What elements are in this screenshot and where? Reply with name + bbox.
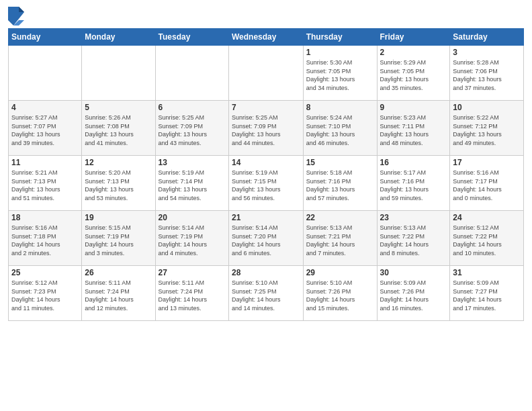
week-row-1: 4Sunrise: 5:27 AM Sunset: 7:07 PM Daylig…: [9, 101, 524, 156]
day-cell: 29Sunrise: 5:10 AM Sunset: 7:26 PM Dayli…: [303, 266, 377, 321]
day-info: Sunrise: 5:26 AM Sunset: 7:08 PM Dayligh…: [85, 113, 152, 147]
week-row-0: 1Sunrise: 5:30 AM Sunset: 7:05 PM Daylig…: [9, 46, 524, 101]
day-cell: 13Sunrise: 5:19 AM Sunset: 7:14 PM Dayli…: [155, 156, 228, 211]
day-cell: 23Sunrise: 5:13 AM Sunset: 7:22 PM Dayli…: [377, 211, 450, 266]
day-number: 31: [453, 268, 521, 277]
week-row-2: 11Sunrise: 5:21 AM Sunset: 7:13 PM Dayli…: [9, 156, 524, 211]
day-cell: 20Sunrise: 5:14 AM Sunset: 7:19 PM Dayli…: [155, 211, 228, 266]
day-cell: 28Sunrise: 5:10 AM Sunset: 7:25 PM Dayli…: [229, 266, 304, 321]
day-info: Sunrise: 5:19 AM Sunset: 7:15 PM Dayligh…: [232, 169, 300, 202]
day-cell: 8Sunrise: 5:24 AM Sunset: 7:10 PM Daylig…: [303, 101, 377, 156]
day-number: 28: [232, 268, 300, 277]
week-row-4: 25Sunrise: 5:12 AM Sunset: 7:23 PM Dayli…: [9, 266, 524, 321]
day-info: Sunrise: 5:12 AM Sunset: 7:23 PM Dayligh…: [11, 279, 79, 312]
day-number: 14: [232, 158, 300, 167]
day-cell: 11Sunrise: 5:21 AM Sunset: 7:13 PM Dayli…: [9, 156, 82, 211]
day-info: Sunrise: 5:12 AM Sunset: 7:22 PM Dayligh…: [453, 224, 521, 257]
day-number: 18: [11, 213, 79, 222]
day-number: 10: [453, 103, 521, 112]
day-cell: [82, 46, 155, 101]
day-info: Sunrise: 5:11 AM Sunset: 7:24 PM Dayligh…: [159, 279, 226, 312]
header-day-sunday: Sunday: [9, 29, 82, 46]
day-info: Sunrise: 5:25 AM Sunset: 7:09 PM Dayligh…: [159, 113, 226, 147]
day-info: Sunrise: 5:16 AM Sunset: 7:18 PM Dayligh…: [11, 224, 79, 257]
svg-marker-1: [19, 7, 24, 12]
day-info: Sunrise: 5:14 AM Sunset: 7:19 PM Dayligh…: [159, 224, 226, 257]
day-info: Sunrise: 5:24 AM Sunset: 7:10 PM Dayligh…: [306, 113, 374, 147]
day-number: 7: [232, 103, 300, 112]
day-number: 6: [159, 103, 226, 112]
header: [8, 7, 524, 26]
calendar-table: SundayMondayTuesdayWednesdayThursdayFrid…: [8, 28, 524, 321]
day-number: 3: [453, 48, 521, 57]
day-info: Sunrise: 5:11 AM Sunset: 7:24 PM Dayligh…: [85, 279, 152, 312]
day-cell: 12Sunrise: 5:20 AM Sunset: 7:13 PM Dayli…: [82, 156, 155, 211]
day-cell: 16Sunrise: 5:17 AM Sunset: 7:16 PM Dayli…: [377, 156, 450, 211]
day-cell: [155, 46, 228, 101]
day-info: Sunrise: 5:30 AM Sunset: 7:05 PM Dayligh…: [306, 58, 374, 92]
day-cell: 25Sunrise: 5:12 AM Sunset: 7:23 PM Dayli…: [9, 266, 82, 321]
day-number: 5: [85, 103, 152, 112]
day-cell: 15Sunrise: 5:18 AM Sunset: 7:16 PM Dayli…: [303, 156, 377, 211]
day-cell: 17Sunrise: 5:16 AM Sunset: 7:17 PM Dayli…: [450, 156, 524, 211]
page-container: SundayMondayTuesdayWednesdayThursdayFrid…: [0, 0, 532, 326]
logo-icon: [8, 7, 24, 26]
day-number: 1: [306, 48, 374, 57]
day-number: 27: [159, 268, 226, 277]
day-cell: 21Sunrise: 5:14 AM Sunset: 7:20 PM Dayli…: [229, 211, 304, 266]
day-number: 29: [306, 268, 374, 277]
day-number: 13: [159, 158, 226, 167]
header-day-saturday: Saturday: [450, 29, 524, 46]
day-info: Sunrise: 5:22 AM Sunset: 7:12 PM Dayligh…: [453, 113, 521, 147]
week-row-3: 18Sunrise: 5:16 AM Sunset: 7:18 PM Dayli…: [9, 211, 524, 266]
day-info: Sunrise: 5:15 AM Sunset: 7:19 PM Dayligh…: [85, 224, 152, 257]
day-info: Sunrise: 5:09 AM Sunset: 7:27 PM Dayligh…: [453, 279, 521, 312]
day-number: 26: [85, 268, 152, 277]
day-info: Sunrise: 5:17 AM Sunset: 7:16 PM Dayligh…: [380, 169, 447, 202]
day-info: Sunrise: 5:21 AM Sunset: 7:13 PM Dayligh…: [11, 169, 79, 202]
day-number: 15: [306, 158, 374, 167]
day-number: 24: [453, 213, 521, 222]
day-info: Sunrise: 5:29 AM Sunset: 7:05 PM Dayligh…: [380, 58, 447, 92]
day-info: Sunrise: 5:13 AM Sunset: 7:22 PM Dayligh…: [380, 224, 447, 257]
day-cell: 4Sunrise: 5:27 AM Sunset: 7:07 PM Daylig…: [9, 101, 82, 156]
day-info: Sunrise: 5:14 AM Sunset: 7:20 PM Dayligh…: [232, 224, 300, 257]
header-day-tuesday: Tuesday: [155, 29, 228, 46]
day-cell: 22Sunrise: 5:13 AM Sunset: 7:21 PM Dayli…: [303, 211, 377, 266]
day-cell: 6Sunrise: 5:25 AM Sunset: 7:09 PM Daylig…: [155, 101, 228, 156]
day-info: Sunrise: 5:23 AM Sunset: 7:11 PM Dayligh…: [380, 113, 447, 147]
header-day-friday: Friday: [377, 29, 450, 46]
day-cell: 31Sunrise: 5:09 AM Sunset: 7:27 PM Dayli…: [450, 266, 524, 321]
day-number: 20: [159, 213, 226, 222]
day-info: Sunrise: 5:19 AM Sunset: 7:14 PM Dayligh…: [159, 169, 226, 202]
day-cell: 27Sunrise: 5:11 AM Sunset: 7:24 PM Dayli…: [155, 266, 228, 321]
day-number: 16: [380, 158, 447, 167]
day-info: Sunrise: 5:18 AM Sunset: 7:16 PM Dayligh…: [306, 169, 374, 202]
day-cell: 2Sunrise: 5:29 AM Sunset: 7:05 PM Daylig…: [377, 46, 450, 101]
day-number: 21: [232, 213, 300, 222]
day-number: 30: [380, 268, 447, 277]
day-cell: 5Sunrise: 5:26 AM Sunset: 7:08 PM Daylig…: [82, 101, 155, 156]
day-cell: 18Sunrise: 5:16 AM Sunset: 7:18 PM Dayli…: [9, 211, 82, 266]
day-cell: 26Sunrise: 5:11 AM Sunset: 7:24 PM Dayli…: [82, 266, 155, 321]
day-cell: 7Sunrise: 5:25 AM Sunset: 7:09 PM Daylig…: [229, 101, 304, 156]
day-number: 19: [85, 213, 152, 222]
day-info: Sunrise: 5:10 AM Sunset: 7:25 PM Dayligh…: [232, 279, 300, 312]
logo: [8, 7, 26, 26]
svg-marker-0: [8, 7, 24, 26]
day-info: Sunrise: 5:13 AM Sunset: 7:21 PM Dayligh…: [306, 224, 374, 257]
day-cell: 14Sunrise: 5:19 AM Sunset: 7:15 PM Dayli…: [229, 156, 304, 211]
day-cell: 30Sunrise: 5:09 AM Sunset: 7:26 PM Dayli…: [377, 266, 450, 321]
day-number: 22: [306, 213, 374, 222]
day-number: 12: [85, 158, 152, 167]
day-info: Sunrise: 5:25 AM Sunset: 7:09 PM Dayligh…: [232, 113, 300, 147]
day-cell: 19Sunrise: 5:15 AM Sunset: 7:19 PM Dayli…: [82, 211, 155, 266]
day-info: Sunrise: 5:20 AM Sunset: 7:13 PM Dayligh…: [85, 169, 152, 202]
day-number: 25: [11, 268, 79, 277]
day-cell: 9Sunrise: 5:23 AM Sunset: 7:11 PM Daylig…: [377, 101, 450, 156]
day-cell: 3Sunrise: 5:28 AM Sunset: 7:06 PM Daylig…: [450, 46, 524, 101]
day-number: 11: [11, 158, 79, 167]
day-cell: [229, 46, 304, 101]
day-number: 8: [306, 103, 374, 112]
day-cell: 1Sunrise: 5:30 AM Sunset: 7:05 PM Daylig…: [303, 46, 377, 101]
